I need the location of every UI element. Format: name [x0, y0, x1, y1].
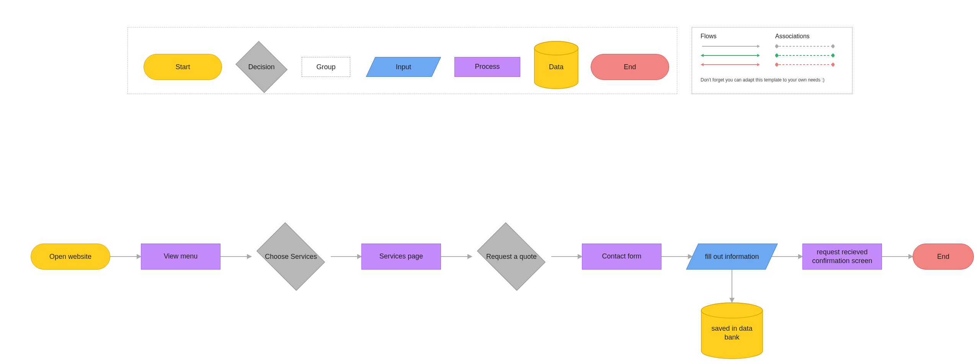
- svg-marker-8: [701, 63, 704, 66]
- legend-input-label: Input: [396, 63, 411, 72]
- node-contact-form: Contact form: [582, 244, 662, 270]
- legend-flow-gray: [701, 43, 760, 50]
- legend-assoc-title: Associations: [775, 33, 835, 40]
- legend-end-shape: End: [591, 54, 669, 80]
- svg-marker-9: [757, 63, 760, 66]
- svg-marker-26: [468, 255, 472, 258]
- svg-marker-34: [909, 255, 913, 258]
- node-services-page-label: Services page: [379, 252, 423, 261]
- node-open-website: Open website: [31, 244, 110, 270]
- svg-marker-5: [701, 54, 704, 57]
- legend-flow-green: [701, 52, 760, 59]
- node-open-website-label: Open website: [49, 253, 91, 261]
- legend-end-label: End: [624, 63, 636, 71]
- svg-rect-11: [775, 44, 779, 48]
- legend-group-label: Group: [316, 63, 335, 71]
- legend-flow-red: [701, 61, 760, 68]
- svg-rect-18: [831, 62, 835, 67]
- node-request-quote-label: Request a quote: [486, 252, 537, 261]
- legend-input-shape: Input: [371, 57, 436, 77]
- node-data-bank: saved in data bank: [701, 302, 763, 359]
- svg-marker-20: [137, 255, 141, 258]
- legend-assoc-green: [775, 52, 835, 59]
- svg-marker-28: [578, 255, 582, 258]
- node-contact-form-label: Contact form: [602, 252, 641, 261]
- diagram-canvas: Start Decision Group Input Process Data …: [0, 0, 980, 364]
- svg-marker-22: [247, 255, 251, 258]
- node-data-bank-label: saved in data bank: [701, 324, 763, 342]
- legend-lines-frame: Flows Associations: [692, 27, 853, 94]
- node-end: End: [913, 244, 974, 270]
- legend-decision-label: Decision: [248, 63, 274, 72]
- legend-assoc-red: [775, 61, 835, 68]
- svg-rect-12: [831, 44, 835, 48]
- node-confirmation-screen-label: request recieved confirmation screen: [808, 248, 876, 266]
- legend-flows-title: Flows: [701, 33, 760, 40]
- legend-decision-shape: Decision: [233, 44, 290, 90]
- svg-marker-24: [358, 255, 361, 258]
- legend-process-label: Process: [475, 62, 500, 71]
- legend-assoc-gray: [775, 43, 835, 50]
- svg-rect-15: [831, 53, 835, 57]
- svg-marker-32: [799, 255, 802, 258]
- svg-rect-17: [775, 62, 779, 67]
- legend-tip: Don't forget you can adapt this template…: [701, 77, 845, 83]
- legend-group-shape: Group: [302, 57, 350, 77]
- legend-process-shape: Process: [454, 57, 520, 77]
- node-view-menu-label: View menu: [164, 252, 198, 261]
- svg-rect-14: [775, 53, 779, 57]
- legend-start-shape: Start: [144, 54, 222, 80]
- node-view-menu: View menu: [141, 244, 220, 270]
- svg-marker-3: [757, 45, 760, 48]
- node-fill-out-information: fill out information: [692, 244, 772, 270]
- node-end-label: End: [937, 253, 949, 261]
- svg-marker-36: [730, 298, 734, 302]
- node-fill-out-information-label: fill out information: [705, 252, 759, 261]
- node-request-quote: Request a quote: [472, 228, 551, 285]
- legend-start-label: Start: [175, 63, 190, 71]
- node-choose-services: Choose Services: [251, 228, 331, 285]
- legend-data-shape: Data: [534, 41, 579, 89]
- svg-marker-6: [757, 54, 760, 57]
- node-choose-services-label: Choose Services: [265, 252, 317, 261]
- node-confirmation-screen: request recieved confirmation screen: [802, 244, 882, 270]
- node-services-page: Services page: [361, 244, 441, 270]
- legend-data-label: Data: [542, 63, 570, 72]
